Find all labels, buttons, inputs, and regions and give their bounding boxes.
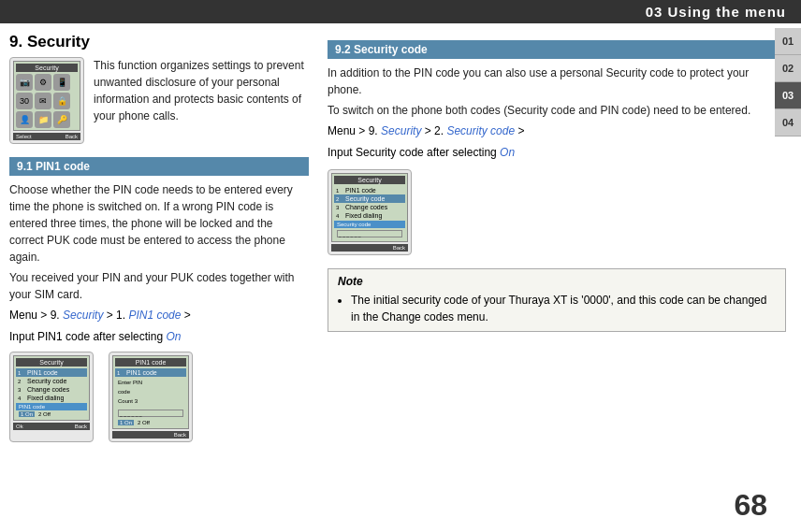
- phone-screen-enter-pin: PIN1 code 1 PIN1 code Enter PINcodeCount…: [112, 355, 189, 429]
- phone-screen-main: Security 📷 ⚙ 📱 30 ✉ 🔒 👤 📁 🔑: [13, 61, 80, 131]
- pin1-body1: Choose whether the PIN code needs to be …: [9, 181, 309, 266]
- pin1-input-text: Input PIN1 code after selecting: [9, 330, 166, 343]
- icon-cell-1: 📷: [16, 74, 33, 91]
- side-tabs: 01 02 03 04: [775, 28, 801, 137]
- pin1-sub-label: PIN1 code: [16, 403, 87, 410]
- sec-code-item-3: 3 Change codes: [334, 203, 405, 211]
- sec-menu-arrow: >: [515, 124, 524, 137]
- pin1-menu-security: Security: [63, 309, 103, 322]
- phone-mockup-sec-code: Security 1 PIN1 code 2 Security code 3 C…: [328, 169, 412, 255]
- sec-input-text: Input Security code after selecting: [328, 146, 500, 159]
- icon-cell-5: ✉: [35, 93, 51, 109]
- sec-code-item-1: 1 PIN1 code: [334, 186, 405, 194]
- phone-screen-pin1: Security 1 PIN1 code 2 Security code 3 C…: [13, 355, 90, 421]
- phone-sec-code-title: Security: [334, 176, 405, 184]
- subsection-9-2-bar: 9.2 Security code: [328, 40, 786, 59]
- sec-menu-code: Security code: [446, 124, 515, 137]
- phone-enter-pin-bottom: Back: [112, 431, 189, 439]
- pin1-menu-item-3: 3 Change codes: [16, 385, 87, 394]
- header-title: 03 Using the menu: [646, 4, 786, 20]
- phone-pin1-title: Security: [16, 358, 87, 367]
- sec-code-input-field: _ _ _ _ _ _: [337, 230, 402, 237]
- icon-cell-8: 📁: [35, 111, 51, 128]
- icon-cell-6: 🔒: [53, 93, 70, 109]
- sec-code-item-2: 2 Security code: [334, 194, 405, 203]
- phone-screen-sec-code: Security 1 PIN1 code 2 Security code 3 C…: [331, 173, 408, 242]
- page-header: 03 Using the menu: [0, 0, 801, 23]
- enter-pin-instructions: Enter PINcodeCount 3: [115, 377, 186, 408]
- side-tab-02[interactable]: 02: [775, 55, 801, 82]
- pin-input-field: _ _ _ _ _ _: [118, 410, 183, 417]
- subsection-9-2-num: 9.2: [335, 43, 354, 56]
- icon-cell-2: ⚙: [35, 74, 51, 91]
- subsection-9-1-num: 9.1: [17, 160, 36, 173]
- side-tab-01[interactable]: 01: [775, 28, 801, 55]
- phone-mockup-enter-pin: PIN1 code 1 PIN1 code Enter PINcodeCount…: [109, 352, 193, 442]
- note-bullet: The initial security code of your Thuray…: [351, 292, 776, 325]
- phone-icon-grid: 📷 ⚙ 📱 30 ✉ 🔒: [16, 74, 78, 109]
- phone-pin1-bottom: Ok Back: [13, 423, 90, 430]
- phone-select-label: Select: [16, 134, 32, 139]
- page-number: 68: [734, 488, 767, 523]
- enter-pin-item-1: 1 PIN1 code: [115, 368, 186, 377]
- phone-enter-pin-title: PIN1 code: [115, 358, 186, 367]
- note-box: Note The initial security code of your T…: [328, 268, 786, 332]
- pin1-menu-middle: > 1.: [103, 309, 128, 322]
- phone-sec-code-bottom: Back: [331, 244, 408, 252]
- icon-cell-7: 👤: [16, 111, 33, 128]
- note-change-codes-link[interactable]: Change codes: [382, 310, 454, 324]
- right-column: 9.2 Security code In addition to the PIN…: [328, 33, 786, 518]
- left-column: 9. Security Security 📷 ⚙ 📱 30 ✉ 🔒 👤: [9, 33, 309, 518]
- phone-screen-title: Security: [16, 64, 78, 72]
- pin1-menu-item-4: 4 Fixed dialing: [16, 394, 87, 402]
- sec-menu-security: Security: [381, 124, 421, 137]
- phone-bottom-bar-main: Select Back: [13, 133, 80, 140]
- pin1-menu-item-2: 2 Security code: [16, 377, 87, 385]
- icon-cell-3: 📱: [53, 74, 70, 91]
- pin1-phones-row: Security 1 PIN1 code 2 Security code 3 C…: [9, 352, 309, 448]
- icon-cell-9: 🔑: [53, 111, 70, 128]
- intro-area: Security 📷 ⚙ 📱 30 ✉ 🔒 👤 📁 🔑: [9, 57, 309, 150]
- pin1-on-off: 1 On 2 Off: [16, 410, 87, 418]
- pin1-on-text: On: [166, 330, 181, 343]
- pin1-body2: You received your PIN and your PUK codes…: [9, 269, 309, 303]
- side-tab-04[interactable]: 04: [775, 109, 801, 137]
- sec-code-input-label: Input Security code after selecting On: [328, 144, 786, 162]
- section-9-heading: 9. Security: [9, 33, 309, 51]
- phone-back-label: Back: [66, 134, 78, 139]
- sec-menu-middle: > 2.: [421, 124, 446, 137]
- sec-on-text: On: [500, 146, 515, 159]
- enter-pin-on-off: 1 On 2 Off: [115, 419, 186, 426]
- pin1-menu-pincode: PIN1 code: [128, 309, 181, 322]
- side-tab-03[interactable]: 03: [775, 82, 801, 109]
- sec-code-item-4: 4 Fixed dialing: [334, 211, 405, 220]
- subsection-9-1-title: PIN1 code: [36, 160, 90, 173]
- pin1-menu-path: Menu > 9. Security > 1. PIN1 code >: [9, 307, 309, 324]
- subsection-9-1-bar: 9.1 PIN1 code: [9, 157, 309, 176]
- icon-cell-4: 30: [16, 93, 33, 109]
- subsection-9-2-title: Security code: [354, 43, 428, 56]
- pin1-menu-arrow: >: [181, 309, 190, 322]
- main-content: 9. Security Security 📷 ⚙ 📱 30 ✉ 🔒 👤: [0, 23, 801, 527]
- sec-menu-prefix: Menu > 9.: [328, 124, 381, 137]
- sec-code-menu-path: Menu > 9. Security > 2. Security code >: [328, 122, 786, 140]
- pin1-menu-item-1: 1 PIN1 code: [16, 368, 87, 377]
- pin1-menu-prefix: Menu > 9.: [9, 309, 63, 322]
- phone-mockup-pin1-menu: Security 1 PIN1 code 2 Security code 3 C…: [9, 352, 94, 442]
- pin1-input-label: Input PIN1 code after selecting On: [9, 328, 309, 346]
- sec-code-phone-area: Security 1 PIN1 code 2 Security code 3 C…: [328, 169, 786, 261]
- note-title: Note: [338, 275, 776, 288]
- sec-code-sub-label: Security code: [334, 221, 405, 228]
- note-list: The initial security code of your Thuray…: [351, 292, 776, 325]
- note-suffix-text: menu.: [457, 310, 488, 324]
- sec-code-body2: To switch on the phone both codes (Secur…: [328, 102, 786, 119]
- phone-mockup-main: Security 📷 ⚙ 📱 30 ✉ 🔒 👤 📁 🔑: [9, 57, 84, 144]
- sec-code-body1: In addition to the PIN code you can also…: [328, 65, 786, 98]
